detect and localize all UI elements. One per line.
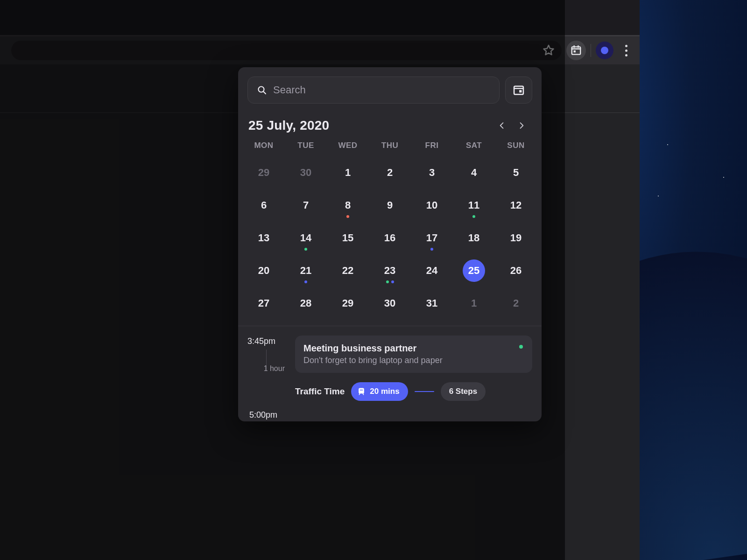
calendar-day-icon	[512, 84, 525, 97]
transit-icon	[357, 387, 366, 396]
calendar-day[interactable]: 7	[285, 192, 327, 218]
calendar-day[interactable]: 20	[243, 258, 285, 284]
calendar-day[interactable]: 29	[243, 160, 285, 186]
calendar-day[interactable]: 19	[495, 225, 537, 251]
svg-line-6	[263, 91, 266, 94]
event-indicator	[411, 248, 453, 251]
calendar-day[interactable]: 1	[327, 160, 369, 186]
extension-button[interactable]	[566, 41, 586, 60]
jump-to-today-button[interactable]	[505, 77, 532, 104]
event-time-column: 3:45pm 1 hour	[247, 336, 288, 373]
svg-rect-9	[519, 90, 521, 92]
calendar-day[interactable]: 24	[411, 258, 453, 284]
weekday-header: THU	[369, 141, 411, 153]
event-row: 3:45pm 1 hour Meeting business partner D…	[247, 336, 532, 373]
search-input[interactable]	[273, 84, 491, 96]
prev-month-button[interactable]	[492, 116, 512, 135]
calendar-day[interactable]: 27	[243, 290, 285, 316]
calendar-day[interactable]: 26	[495, 258, 537, 284]
calendar-day[interactable]: 25	[453, 258, 495, 284]
calendar-day[interactable]: 30	[285, 160, 327, 186]
event-title: Meeting business partner	[303, 343, 512, 354]
svg-rect-13	[359, 389, 363, 391]
calendar-day[interactable]: 11	[453, 192, 495, 218]
svg-rect-7	[514, 86, 523, 95]
chevron-right-icon	[517, 121, 526, 130]
calendar-day[interactable]: 31	[411, 290, 453, 316]
calendar-day[interactable]: 21	[285, 258, 327, 284]
calendar-day[interactable]: 4	[453, 160, 495, 186]
event-notes: Don't forget to bring laptop and paper	[303, 356, 512, 365]
event-duration: 1 hour	[264, 364, 285, 373]
calendar-day[interactable]: 15	[327, 225, 369, 251]
toolbar-separator	[591, 44, 591, 57]
calendar-day[interactable]: 17	[411, 225, 453, 251]
calendar-day[interactable]: 10	[411, 192, 453, 218]
calendar-day[interactable]: 5	[495, 160, 537, 186]
calendar-day[interactable]: 1	[453, 290, 495, 316]
svg-rect-0	[572, 47, 580, 54]
chevron-left-icon	[497, 121, 507, 130]
calendar-day[interactable]: 22	[327, 258, 369, 284]
next-event-start-time: 5:00pm	[247, 409, 532, 421]
weekday-header: SAT	[453, 141, 495, 153]
calendar-day[interactable]: 2	[495, 290, 537, 316]
calendar-day[interactable]: 3	[411, 160, 453, 186]
event-indicator	[285, 280, 327, 283]
traffic-label: Traffic Time	[295, 386, 345, 397]
weekday-header: FRI	[411, 141, 453, 153]
search-icon	[256, 84, 268, 96]
calendar-day[interactable]: 13	[243, 225, 285, 251]
profile-avatar[interactable]	[596, 42, 613, 59]
svg-line-15	[363, 393, 364, 395]
current-date-label: 25 July, 2020	[248, 118, 492, 133]
event-indicator	[453, 215, 495, 218]
calendar-day[interactable]: 29	[327, 290, 369, 316]
event-color-indicator	[519, 345, 523, 349]
calendar-day[interactable]: 8	[327, 192, 369, 218]
svg-point-12	[362, 392, 363, 392]
traffic-duration-pill[interactable]: 20 mins	[351, 382, 408, 401]
weekday-header: TUE	[285, 141, 327, 153]
calendar-day[interactable]: 9	[369, 192, 411, 218]
traffic-steps-pill[interactable]: 6 Steps	[441, 382, 486, 401]
next-month-button[interactable]	[512, 116, 531, 135]
traffic-steps-text: 6 Steps	[449, 387, 477, 396]
calendar-day[interactable]: 6	[243, 192, 285, 218]
calendar-icon	[570, 44, 582, 56]
calendar-day[interactable]: 2	[369, 160, 411, 186]
calendar-day[interactable]: 23	[369, 258, 411, 284]
event-indicator	[369, 280, 411, 283]
calendar-day[interactable]: 16	[369, 225, 411, 251]
search-box[interactable]	[247, 77, 500, 104]
calendar-day[interactable]: 18	[453, 225, 495, 251]
traffic-connector	[415, 391, 434, 392]
calendar-day[interactable]: 28	[285, 290, 327, 316]
calendar-grid: MONTUEWEDTHUFRISATSUN2930123456789101112…	[238, 141, 542, 326]
calendar-day[interactable]: 14	[285, 225, 327, 251]
traffic-row: Traffic Time 20 mins 6 Steps	[295, 373, 532, 409]
event-start-time: 3:45pm	[247, 336, 288, 346]
event-card[interactable]: Meeting business partner Don't forget to…	[295, 336, 532, 373]
event-indicator	[285, 248, 327, 251]
weekday-header: SUN	[495, 141, 537, 153]
event-indicator	[327, 215, 369, 218]
browser-menu-button[interactable]	[618, 41, 634, 60]
svg-point-11	[360, 392, 361, 392]
svg-line-14	[359, 393, 360, 395]
weekday-header: MON	[243, 141, 285, 153]
events-panel: 3:45pm 1 hour Meeting business partner D…	[238, 326, 542, 421]
kebab-icon	[625, 45, 627, 56]
calendar-popup: 25 July, 2020 MONTUEWEDTHUFRISATSUN29301…	[238, 67, 542, 421]
calendar-day[interactable]: 12	[495, 192, 537, 218]
weekday-header: WED	[327, 141, 369, 153]
traffic-duration-text: 20 mins	[370, 387, 399, 396]
calendar-day[interactable]: 30	[369, 290, 411, 316]
svg-rect-4	[574, 50, 576, 52]
